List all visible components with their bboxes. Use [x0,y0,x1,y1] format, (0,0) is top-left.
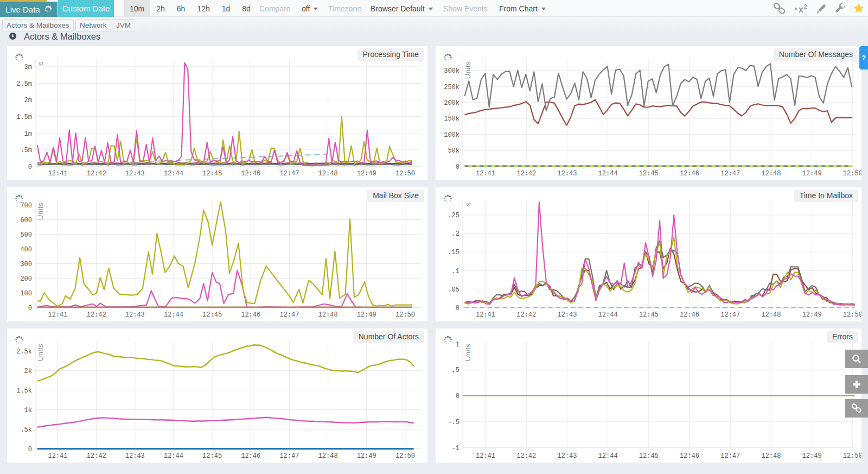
svg-text:12:42: 12:42 [516,452,536,460]
svg-text:.2: .2 [452,230,459,238]
svg-text:200: 200 [20,275,32,283]
svg-text:.25: .25 [448,212,459,219]
svg-text:700: 700 [20,202,32,210]
svg-text:12:43: 12:43 [125,452,145,460]
svg-text:12:50: 12:50 [395,311,415,319]
svg-text:12:42: 12:42 [87,311,106,319]
svg-text:2.5k: 2.5k [16,348,32,356]
svg-text:12:47: 12:47 [279,311,299,319]
svg-text:12:50: 12:50 [843,170,861,178]
svg-text:12:46: 12:46 [680,311,699,319]
svg-text:12:42: 12:42 [516,170,536,178]
svg-text:12:45: 12:45 [202,452,222,460]
svg-text:200k: 200k [444,99,459,107]
svg-text:12:41: 12:41 [48,311,67,319]
svg-text:150k: 150k [444,115,459,123]
svg-text:Units: Units [36,344,44,361]
svg-text:12:46: 12:46 [241,311,260,319]
svg-text:.5: .5 [452,366,459,374]
svg-text:12:46: 12:46 [241,170,260,178]
svg-text:12:44: 12:44 [164,170,183,178]
svg-text:12:50: 12:50 [395,170,415,178]
svg-text:50k: 50k [448,147,459,155]
svg-text:12:41: 12:41 [48,170,67,178]
svg-text:12:48: 12:48 [318,452,338,460]
svg-text:12:47: 12:47 [279,452,299,460]
svg-text:12:49: 12:49 [802,311,822,319]
svg-text:12:43: 12:43 [125,311,145,319]
svg-text:12:45: 12:45 [639,170,659,178]
svg-text:12:44: 12:44 [164,311,183,319]
svg-text:1.5k: 1.5k [16,387,32,395]
svg-text:12:45: 12:45 [202,170,222,178]
svg-text:12:47: 12:47 [720,311,740,319]
svg-text:12:47: 12:47 [720,170,740,178]
svg-text:12:46: 12:46 [680,452,699,460]
svg-text:12:43: 12:43 [557,452,577,460]
svg-text:12:41: 12:41 [476,311,495,319]
svg-text:2: 2 [804,3,807,10]
svg-text:12:50: 12:50 [843,311,861,319]
svg-text:.15: .15 [448,249,459,256]
svg-text:12:44: 12:44 [598,452,618,460]
svg-text:s: s [36,61,44,65]
svg-text:12:49: 12:49 [802,452,822,460]
svg-text:500: 500 [20,231,32,239]
svg-text:12:49: 12:49 [802,170,822,178]
svg-text:12:44: 12:44 [598,311,618,319]
svg-text:12:43: 12:43 [125,170,145,178]
svg-text:.05: .05 [448,286,459,294]
svg-text:12:46: 12:46 [680,170,699,178]
svg-text:600: 600 [20,217,32,224]
svg-text:100k: 100k [444,131,459,139]
svg-text:1: 1 [456,341,459,349]
svg-text:250k: 250k [444,84,459,91]
svg-text:x: x [799,4,804,14]
svg-text:12:42: 12:42 [516,311,536,319]
svg-text:.5m: .5m [20,147,32,154]
svg-text:12:43: 12:43 [557,311,577,319]
svg-text:12:50: 12:50 [395,452,415,460]
svg-text:1.5m: 1.5m [16,113,32,121]
svg-text:0: 0 [456,163,459,171]
svg-text:12:41: 12:41 [476,170,495,178]
svg-text:12:41: 12:41 [48,452,67,460]
svg-text:1k: 1k [24,407,32,414]
svg-text:12:41: 12:41 [476,452,495,460]
svg-text:12:48: 12:48 [761,170,781,178]
svg-text:12:45: 12:45 [639,311,659,319]
svg-text:12:45: 12:45 [202,311,222,319]
svg-text:100: 100 [20,290,32,298]
svg-text:0: 0 [456,393,459,400]
svg-text:1m: 1m [24,130,32,138]
svg-text:2.5m: 2.5m [16,80,32,88]
svg-text:2m: 2m [24,97,32,104]
svg-text:Units: Units [464,61,472,79]
svg-text:12:50: 12:50 [843,452,861,460]
svg-text:12:45: 12:45 [639,452,659,460]
svg-text:300k: 300k [444,67,459,75]
svg-text:12:49: 12:49 [357,452,376,460]
svg-text:0: 0 [28,446,32,453]
svg-text:-.5: -.5 [448,419,459,426]
svg-text:s: s [464,203,472,206]
svg-text:2k: 2k [24,368,32,375]
svg-text:12:43: 12:43 [557,170,577,178]
svg-text:12:48: 12:48 [318,170,338,178]
svg-text:12:48: 12:48 [761,311,781,319]
svg-text:Units: Units [36,203,44,220]
svg-text:0: 0 [28,305,32,312]
svg-text:12:42: 12:42 [87,452,106,460]
svg-text:12:47: 12:47 [720,452,740,460]
svg-text:0: 0 [456,305,459,312]
svg-text:12:48: 12:48 [318,311,338,319]
svg-text:12:49: 12:49 [357,170,376,178]
svg-text:12:42: 12:42 [87,170,106,178]
svg-text:3m: 3m [24,64,32,71]
svg-text:0: 0 [28,163,32,171]
svg-text:12:46: 12:46 [241,452,260,460]
svg-text:12:44: 12:44 [598,170,618,178]
svg-text:12:44: 12:44 [164,452,183,460]
svg-text:12:49: 12:49 [357,311,376,319]
svg-text:.1: .1 [452,268,459,275]
